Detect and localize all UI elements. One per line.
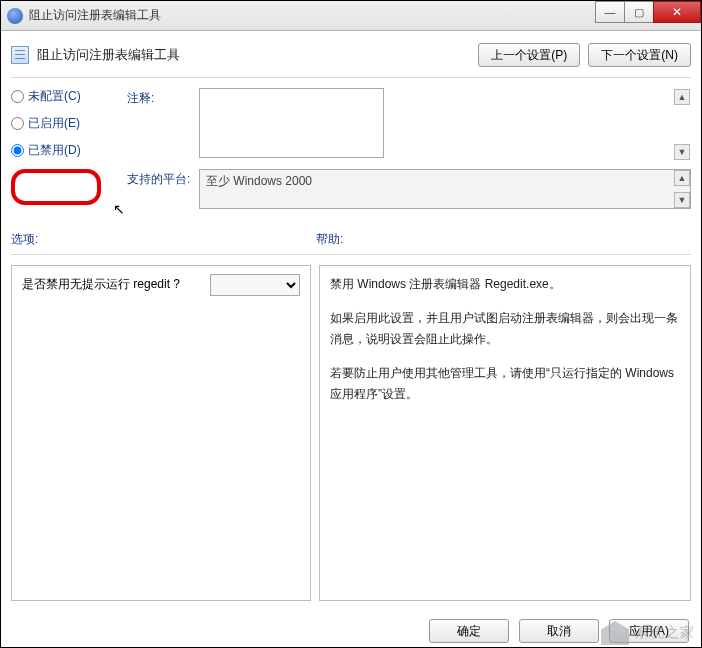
apply-button[interactable]: 应用(A) (609, 619, 689, 643)
options-section-label: 选项: (11, 231, 316, 248)
window-title: 阻止访问注册表编辑工具 (29, 7, 161, 24)
options-panel: 是否禁用无提示运行 regedit ? (11, 265, 311, 601)
comment-textarea[interactable] (199, 88, 384, 158)
radio-disabled-label[interactable]: 已禁用(D) (28, 142, 81, 159)
close-button[interactable]: ✕ (653, 1, 701, 23)
help-panel: 禁用 Windows 注册表编辑器 Regedit.exe。 如果启用此设置，并… (319, 265, 691, 601)
option-question: 是否禁用无提示运行 regedit ? (22, 274, 210, 592)
minimize-button[interactable]: — (595, 1, 625, 23)
scroll-down-icon[interactable]: ▼ (674, 144, 690, 160)
supported-platform-box: 至少 Windows 2000 (199, 169, 691, 209)
policy-icon (11, 46, 29, 64)
maximize-button[interactable]: ▢ (624, 1, 654, 23)
help-paragraph: 禁用 Windows 注册表编辑器 Regedit.exe。 (330, 274, 680, 294)
state-radio-group: 未配置(C) 已启用(E) 已禁用(D) (11, 88, 111, 217)
app-icon (7, 8, 23, 24)
dialog-footer: 确定 取消 应用(A) (429, 619, 689, 643)
ok-button[interactable]: 确定 (429, 619, 509, 643)
scroll-down-icon[interactable]: ▼ (674, 192, 690, 208)
radio-enabled-label[interactable]: 已启用(E) (28, 115, 80, 132)
option-select[interactable] (210, 274, 300, 296)
comment-label: 注释: (127, 88, 199, 161)
title-bar: 阻止访问注册表编辑工具 — ▢ ✕ (1, 1, 701, 31)
radio-enabled[interactable] (11, 117, 24, 130)
separator (11, 254, 691, 255)
radio-disabled[interactable] (11, 144, 24, 157)
separator (11, 77, 691, 78)
help-paragraph: 如果启用此设置，并且用户试图启动注册表编辑器，则会出现一条消息，说明设置会阻止此… (330, 308, 680, 349)
help-text: 禁用 Windows 注册表编辑器 Regedit.exe。 如果启用此设置，并… (330, 274, 680, 404)
radio-not-configured[interactable] (11, 90, 24, 103)
supported-platform-value: 至少 Windows 2000 (206, 174, 312, 188)
previous-setting-button[interactable]: 上一个设置(P) (478, 43, 580, 67)
help-section-label: 帮助: (316, 231, 343, 248)
scroll-up-icon[interactable]: ▲ (674, 170, 690, 186)
header-row: 阻止访问注册表编辑工具 上一个设置(P) 下一个设置(N) (11, 39, 691, 75)
policy-title: 阻止访问注册表编辑工具 (37, 46, 180, 64)
help-paragraph: 若要防止用户使用其他管理工具，请使用“只运行指定的 Windows 应用程序”设… (330, 363, 680, 404)
platform-label: 支持的平台: (127, 169, 199, 209)
radio-not-configured-label[interactable]: 未配置(C) (28, 88, 81, 105)
window-controls: — ▢ ✕ (596, 1, 701, 23)
cancel-button[interactable]: 取消 (519, 619, 599, 643)
next-setting-button[interactable]: 下一个设置(N) (588, 43, 691, 67)
scroll-up-icon[interactable]: ▲ (674, 89, 690, 105)
